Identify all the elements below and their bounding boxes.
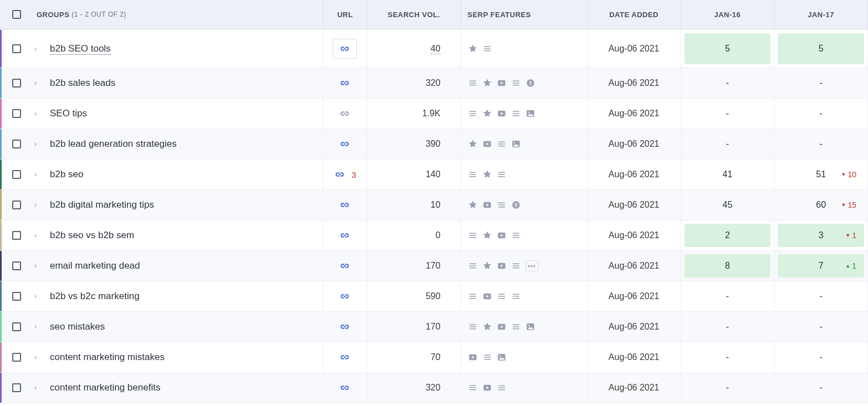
row-checkbox[interactable]: [12, 353, 21, 362]
chevron-right-icon[interactable]: ›: [34, 384, 40, 392]
header-search-vol[interactable]: SEARCH VOL.: [367, 0, 461, 29]
chevron-right-icon[interactable]: ›: [34, 79, 40, 87]
image-icon: [497, 352, 507, 362]
url-link[interactable]: [339, 77, 351, 89]
group-color-bar: [0, 281, 2, 311]
url-button[interactable]: [333, 39, 357, 59]
header-rank2[interactable]: JAN-17: [774, 0, 868, 29]
chevron-right-icon[interactable]: ›: [34, 140, 40, 148]
lines-icon: [511, 78, 521, 88]
table-row[interactable]: › seo mistakes 170 Aug-06 2021 - -: [0, 312, 868, 342]
lines-icon: [511, 109, 521, 119]
row-checkbox[interactable]: [12, 140, 21, 148]
keyword-label[interactable]: email marketing dead: [50, 260, 140, 271]
rank-jan16-cell: -: [685, 346, 771, 369]
url-link[interactable]: [339, 290, 351, 302]
video-icon: [497, 78, 507, 88]
search-volume: 170: [426, 322, 441, 332]
keyword-label[interactable]: b2b seo: [50, 169, 84, 180]
chevron-right-icon[interactable]: ›: [34, 292, 40, 300]
table-row[interactable]: › content marketing mistakes 70 Aug-06 2…: [0, 342, 868, 373]
rank-value: -: [726, 109, 729, 119]
header-url[interactable]: URL: [323, 0, 367, 29]
url-link[interactable]: [339, 229, 351, 241]
select-all-checkbox[interactable]: [12, 10, 21, 19]
search-volume: 320: [426, 383, 441, 393]
url-link[interactable]: [339, 138, 351, 150]
keyword-label[interactable]: content marketing mistakes: [50, 352, 165, 363]
keyword-label[interactable]: b2b digital marketing tips: [50, 199, 154, 210]
more-icon[interactable]: •••: [525, 260, 539, 271]
table-row[interactable]: › b2b sales leads 320 Aug-06 2021 - -: [0, 68, 868, 99]
rank-delta: ▼ 1: [845, 231, 856, 240]
header-groups[interactable]: GROUPS (1 - 2 OUT OF 2): [0, 0, 323, 29]
keyword-label[interactable]: b2b lead generation strategies: [50, 138, 177, 150]
row-checkbox[interactable]: [12, 261, 21, 270]
date-added: Aug-06 2021: [588, 160, 681, 189]
url-link[interactable]: [339, 321, 351, 333]
row-checkbox[interactable]: [12, 44, 21, 53]
keyword-table: GROUPS (1 - 2 OUT OF 2) URL SEARCH VOL. …: [0, 0, 868, 403]
row-checkbox[interactable]: [12, 109, 21, 118]
lines-icon: [497, 139, 507, 149]
rank-jan17-cell: -: [778, 132, 864, 156]
table-row[interactable]: › SEO tips 1.9K Aug-06 2021 - -: [0, 99, 868, 129]
chevron-right-icon[interactable]: ›: [34, 201, 40, 209]
url-link[interactable]: [339, 382, 351, 394]
keyword-label[interactable]: b2b SEO tools: [50, 43, 111, 55]
serp-features: [461, 160, 588, 189]
chevron-right-icon[interactable]: ›: [34, 45, 40, 53]
group-color-bar: [0, 99, 2, 129]
url-link[interactable]: 3: [334, 168, 356, 181]
url-link[interactable]: [339, 199, 351, 211]
keyword-label[interactable]: seo mistakes: [50, 321, 105, 332]
search-volume: 140: [426, 169, 441, 179]
url-link[interactable]: [339, 260, 351, 272]
header-serp[interactable]: SERP FEATURES: [461, 0, 588, 29]
url-link[interactable]: [339, 351, 351, 363]
chevron-right-icon[interactable]: ›: [34, 232, 40, 239]
header-date[interactable]: DATE ADDED: [588, 0, 681, 29]
row-checkbox[interactable]: [12, 201, 21, 209]
table-row[interactable]: › b2b vs b2c marketing 590 Aug-06 2021 -…: [0, 281, 868, 312]
chevron-right-icon[interactable]: ›: [34, 353, 40, 361]
group-color-bar: [0, 251, 2, 281]
row-checkbox[interactable]: [12, 231, 21, 240]
rank-value: -: [819, 109, 822, 119]
rank-value: -: [819, 322, 822, 332]
rank-value: 7: [819, 261, 824, 271]
table-row[interactable]: › b2b seo 3 140 Aug-06 2021 41 51▼ 10: [0, 160, 868, 190]
keyword-label[interactable]: b2b vs b2c marketing: [50, 291, 140, 302]
date-added: Aug-06 2021: [588, 68, 681, 98]
table-row[interactable]: › b2b digital marketing tips 10 Aug-06 2…: [0, 190, 868, 220]
url-link[interactable]: [339, 107, 351, 120]
table-row[interactable]: › b2b lead generation strategies 390 Aug…: [0, 129, 868, 160]
chevron-right-icon[interactable]: ›: [34, 323, 40, 331]
row-checkbox[interactable]: [12, 383, 21, 392]
keyword-label[interactable]: b2b seo vs b2b sem: [50, 230, 134, 241]
lines-icon: [482, 352, 492, 362]
chevron-right-icon[interactable]: ›: [34, 110, 40, 117]
table-row[interactable]: › b2b SEO tools 40 Aug-06 2021 5 5: [0, 30, 868, 68]
keyword-label[interactable]: SEO tips: [50, 108, 87, 119]
table-row[interactable]: › b2b seo vs b2b sem 0 Aug-06 2021 2 3▼ …: [0, 220, 868, 251]
rank-jan17-cell: 51▼ 10: [778, 163, 864, 186]
row-checkbox[interactable]: [12, 322, 21, 331]
video-icon: [482, 383, 492, 393]
chevron-right-icon[interactable]: ›: [34, 171, 40, 178]
star-icon: [482, 169, 492, 179]
image-icon: [525, 109, 535, 119]
table-row[interactable]: › content marketing benefits 320 Aug-06 …: [0, 373, 868, 403]
row-checkbox[interactable]: [12, 292, 21, 301]
row-checkbox[interactable]: [12, 79, 21, 88]
up-arrow-icon: ▲: [845, 263, 850, 269]
table-row[interactable]: › email marketing dead 170 ••• Aug-06 20…: [0, 251, 868, 281]
rank-jan16-cell: -: [685, 71, 771, 95]
date-added: Aug-06 2021: [588, 99, 681, 129]
keyword-label[interactable]: content marketing benefits: [50, 382, 160, 393]
chevron-right-icon[interactable]: ›: [34, 262, 40, 270]
keyword-label[interactable]: b2b sales leads: [50, 78, 115, 89]
row-checkbox[interactable]: [12, 170, 21, 179]
rank-value: 3: [819, 230, 824, 240]
header-rank1[interactable]: JAN-16: [681, 0, 775, 29]
